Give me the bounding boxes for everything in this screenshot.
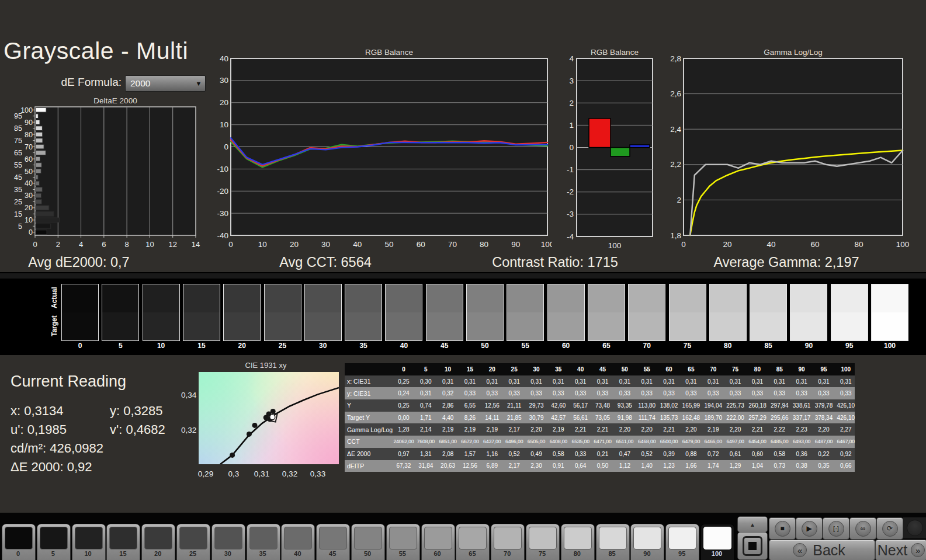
swatch-level-label: 0 — [61, 342, 99, 350]
grayscale-swatch-80 — [709, 284, 747, 341]
swatch-actual — [345, 284, 382, 312]
pattern-size-button[interactable]: [·] — [823, 517, 849, 540]
pattern-button-95[interactable]: 95 — [665, 524, 699, 560]
refresh-button[interactable]: ⟳ — [876, 517, 903, 540]
table-cell: 0,22 — [813, 451, 835, 457]
pattern-button-70[interactable]: 70 — [491, 524, 525, 560]
table-cell: 6672,00 — [459, 439, 481, 444]
pattern-button-20[interactable]: 20 — [141, 524, 175, 560]
collapse-button[interactable]: ▲ — [737, 516, 767, 531]
table-row-label: Target Y — [345, 414, 393, 421]
pattern-button-40[interactable]: 40 — [281, 524, 315, 560]
back-button[interactable]: « Back — [769, 540, 875, 560]
swatch-actual — [265, 284, 301, 312]
loop-button[interactable]: ∞ — [849, 517, 876, 540]
pattern-button-label: 45 — [317, 550, 348, 557]
pattern-button-50[interactable]: 50 — [351, 524, 385, 560]
swatch-actual — [670, 284, 706, 312]
table-cell: 6505,00 — [525, 439, 547, 444]
avg-cct-value: Avg CCT: 6564 — [279, 255, 372, 270]
table-cell: 338,61 — [790, 402, 813, 409]
table-cell: 0,35 — [813, 462, 835, 469]
pattern-button-100[interactable]: 100 — [700, 524, 734, 560]
grayscale-comparison-strip: Actual Target 05101520253035404550556065… — [0, 272, 926, 355]
table-cell: 1,29 — [724, 462, 747, 469]
swatch-level-label: 85 — [750, 342, 787, 350]
table-cell: 0,52 — [636, 451, 658, 457]
play-icon: ▶ — [802, 521, 817, 537]
pattern-button-30[interactable]: 30 — [211, 524, 245, 560]
table-col-header: 50 — [613, 366, 636, 373]
svg-text:45: 45 — [14, 173, 22, 182]
table-cell: 21,11 — [503, 402, 525, 409]
svg-text:70: 70 — [25, 143, 33, 151]
next-button[interactable]: Next » — [875, 540, 926, 560]
table-cell: 6454,00 — [747, 439, 769, 444]
table-cell: 0,92 — [835, 451, 857, 457]
table-cell: 0,00 — [393, 415, 415, 421]
grayscale-swatch-5 — [102, 284, 139, 341]
table-cell: 0,58 — [547, 451, 570, 457]
swatch-target — [265, 312, 301, 340]
table-cell: 2,21 — [592, 426, 614, 433]
table-cell: 2,20 — [813, 426, 835, 433]
current-reading-title: Current Reading — [11, 373, 126, 391]
table-cell: 0,33 — [613, 390, 636, 396]
pattern-button-55[interactable]: 55 — [386, 524, 420, 560]
table-cell: 6493,00 — [790, 439, 813, 444]
svg-text:50: 50 — [25, 168, 33, 176]
pattern-button-label: 15 — [107, 550, 138, 557]
table-cell: 0,31 — [592, 378, 614, 385]
table-cell: 6437,00 — [481, 439, 503, 444]
table-cell: 1,74 — [702, 462, 724, 469]
de-formula-select[interactable]: 2000 ▼ — [125, 75, 206, 92]
swatch-actual — [224, 284, 260, 312]
pattern-button-label: 80 — [561, 550, 593, 557]
table-cell: 2,20 — [724, 426, 747, 433]
pattern-button-80[interactable]: 80 — [561, 524, 595, 560]
pattern-button-65[interactable]: 65 — [456, 524, 490, 560]
pattern-button-85[interactable]: 85 — [596, 524, 630, 560]
svg-text:4: 4 — [79, 240, 83, 249]
stop-button[interactable]: ■ — [769, 517, 796, 540]
pattern-button-0[interactable]: 0 — [2, 524, 36, 560]
stop-icon: ■ — [775, 521, 790, 537]
svg-text:80: 80 — [480, 240, 488, 249]
pattern-button-10[interactable]: 10 — [72, 524, 106, 560]
pattern-button-5[interactable]: 5 — [37, 524, 71, 560]
pattern-button-label: 25 — [177, 550, 209, 557]
grayscale-swatch-10 — [143, 284, 180, 341]
pattern-button-45[interactable]: 45 — [316, 524, 350, 560]
table-col-header: 10 — [437, 366, 459, 373]
play-button[interactable]: ▶ — [796, 517, 823, 540]
table-cell: 0,97 — [393, 451, 415, 457]
pattern-window-button[interactable] — [737, 532, 767, 559]
swatch-actual — [548, 284, 584, 312]
pattern-button-15[interactable]: 15 — [106, 524, 140, 560]
pattern-button-60[interactable]: 60 — [421, 524, 455, 560]
svg-text:0: 0 — [228, 240, 233, 249]
pattern-button-25[interactable]: 25 — [176, 524, 210, 560]
table-col-header: 60 — [658, 366, 680, 373]
table-cell: 2,14 — [415, 426, 437, 433]
table-cell: 6468,00 — [636, 439, 658, 444]
table-cell: 42,60 — [547, 402, 570, 409]
pattern-chip — [424, 527, 452, 549]
svg-text:55: 55 — [14, 161, 22, 169]
pattern-button-label: 30 — [212, 550, 244, 557]
pattern-button-75[interactable]: 75 — [526, 524, 560, 560]
de-formula-label: dE Formula: — [35, 76, 122, 89]
swatch-level-label: 20 — [223, 342, 261, 350]
svg-text:60: 60 — [417, 240, 425, 249]
pattern-button-label: 60 — [422, 550, 453, 557]
pattern-button-35[interactable]: 35 — [247, 524, 280, 560]
svg-text:20: 20 — [290, 240, 299, 249]
pattern-chip — [354, 527, 382, 549]
table-cell: 0,88 — [680, 451, 702, 457]
pattern-chip — [494, 527, 522, 549]
pattern-button-90[interactable]: 90 — [630, 524, 664, 560]
swatch-target — [183, 312, 220, 340]
svg-text:10: 10 — [25, 216, 33, 224]
table-header-row: 0510152025303540455055606570758085909510… — [345, 363, 855, 375]
reading-de2000: ΔE 2000: 0,92 — [11, 458, 165, 476]
